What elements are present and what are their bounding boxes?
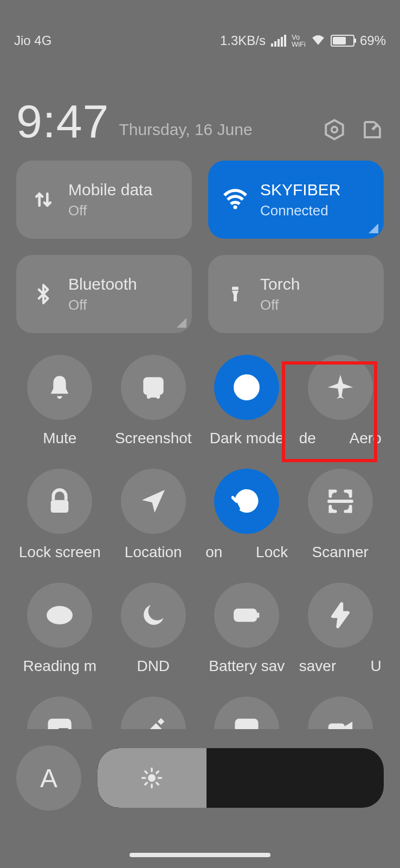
battery-saver-label: Battery sav [203, 658, 290, 675]
torch-label: Torch [260, 275, 300, 293]
signal-icon [271, 35, 286, 47]
toggle-row-1: Mute Screenshot Dark mode deAero [0, 355, 400, 447]
floating-window-toggle[interactable] [16, 697, 103, 729]
scanner-label: Scanner [297, 544, 384, 561]
screenshot-toggle[interactable]: Screenshot [110, 355, 197, 447]
brightness-slider[interactable] [98, 748, 384, 808]
location-label: Location [110, 544, 197, 561]
svg-point-6 [156, 394, 160, 398]
svg-point-5 [146, 394, 151, 398]
wifi-label: SKYFIBER [260, 181, 340, 199]
status-bar: Jio 4G 1.3KB/s VoWiFi 69% [0, 0, 400, 71]
airplane-toggle[interactable]: deAero [297, 355, 384, 447]
svg-point-2 [233, 205, 237, 209]
bluetooth-label: Bluetooth [68, 275, 137, 293]
status-right: 1.3KB/s VoWiFi 69% [220, 33, 386, 48]
mute-toggle[interactable]: Mute [16, 355, 103, 447]
mobile-data-tile[interactable]: Mobile data Off [16, 161, 192, 239]
edit-icon[interactable] [361, 118, 384, 141]
clock-date: Thursday, 16 June [119, 120, 313, 144]
wifi-tile[interactable]: SKYFIBER Connected [208, 161, 384, 239]
nav-handle[interactable] [130, 853, 270, 857]
wifi-icon [221, 186, 249, 214]
carrier-label: Jio 4G [14, 33, 51, 48]
scanner-toggle[interactable]: Scanner [297, 469, 384, 561]
netspeed-label: 1.3KB/s [220, 33, 266, 48]
mute-label: Mute [16, 430, 103, 447]
ultra-saver-toggle[interactable]: saverU [297, 583, 384, 675]
auto-brightness-toggle[interactable]: A [16, 745, 81, 810]
clock-row: 9:47 Thursday, 16 June [0, 71, 400, 161]
svg-point-11 [56, 611, 63, 619]
dnd-label: DND [110, 658, 197, 675]
svg-point-18 [148, 774, 156, 782]
svg-rect-15 [57, 726, 70, 729]
svg-rect-13 [257, 612, 260, 617]
svg-rect-17 [329, 724, 344, 729]
battery-pct: 69% [360, 33, 386, 48]
cast-toggle[interactable] [203, 697, 290, 729]
darkmode-toggle[interactable]: Dark mode [203, 355, 290, 447]
svg-marker-0 [326, 120, 343, 139]
bluetooth-icon [29, 280, 57, 308]
vowifi-icon: VoWiFi [292, 34, 306, 48]
expand-icon [369, 224, 378, 233]
location-toggle[interactable]: Location [110, 469, 197, 561]
clock-time: 9:47 [16, 98, 109, 144]
svg-rect-8 [51, 500, 69, 513]
mobile-data-icon [29, 186, 57, 214]
svg-point-1 [332, 127, 338, 133]
bluetooth-sub: Off [68, 297, 137, 314]
dnd-toggle[interactable]: DND [110, 583, 197, 675]
torch-sub: Off [260, 297, 300, 314]
lockscreen-toggle[interactable]: Lock screen [16, 469, 103, 561]
large-tiles-row-2: Bluetooth Off Torch Off [0, 255, 400, 333]
rotation-lock-label: onLock [203, 544, 290, 561]
mobile-data-label: Mobile data [68, 181, 152, 199]
reading-mode-toggle[interactable]: Reading m [16, 583, 103, 675]
darkmode-label: Dark mode [203, 430, 290, 447]
theme-toggle[interactable] [110, 697, 197, 729]
toggle-row-2: Lock screen Location onLock Scanner [0, 469, 400, 561]
auto-brightness-label: A [40, 763, 57, 793]
reading-label: Reading m [16, 658, 103, 675]
toggle-row-4 [0, 697, 400, 729]
lockscreen-label: Lock screen [16, 544, 103, 561]
wifi-status-icon [311, 33, 325, 48]
screenshot-label: Screenshot [110, 430, 197, 447]
brightness-icon [140, 767, 163, 789]
brightness-row: A [0, 729, 400, 810]
rotation-lock-toggle[interactable]: onLock [203, 469, 290, 561]
large-tiles-row-1: Mobile data Off SKYFIBER Connected [0, 161, 400, 239]
ultra-saver-label: saverU [297, 658, 384, 675]
svg-rect-3 [232, 287, 238, 290]
svg-rect-16 [237, 720, 257, 729]
airplane-label: deAero [297, 430, 384, 447]
torch-tile[interactable]: Torch Off [208, 255, 384, 333]
mobile-data-sub: Off [68, 202, 152, 219]
record-toggle[interactable] [297, 697, 384, 729]
torch-icon [221, 280, 249, 308]
bluetooth-tile[interactable]: Bluetooth Off [16, 255, 192, 333]
wifi-sub: Connected [260, 202, 340, 219]
expand-icon [177, 318, 186, 328]
battery-saver-toggle[interactable]: Battery sav [203, 583, 290, 675]
battery-icon [331, 35, 354, 47]
settings-icon[interactable] [323, 118, 346, 141]
svg-rect-9 [243, 499, 250, 505]
toggle-row-3: Reading m DND Battery sav saverU [0, 583, 400, 675]
